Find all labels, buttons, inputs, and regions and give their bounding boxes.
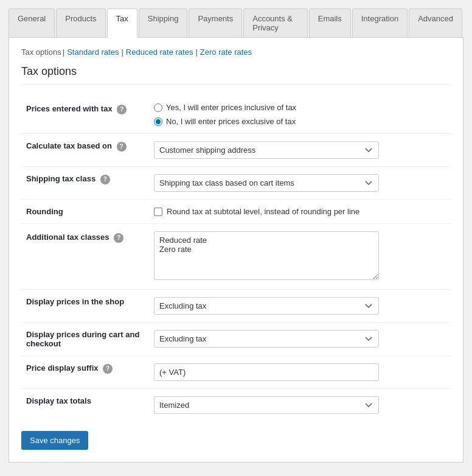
- subnav: Tax options | Standard rates | Reduced r…: [21, 47, 451, 57]
- row-price-display-suffix: Price display suffix ?: [21, 356, 451, 389]
- row-display-prices-cart: Display prices during cart and checkout …: [21, 323, 451, 356]
- field-display-prices-shop: Including tax Excluding tax: [149, 290, 451, 323]
- tab-integration[interactable]: Integration: [352, 9, 408, 37]
- textarea-additional-tax-classes[interactable]: Reduced rate Zero rate: [154, 231, 379, 280]
- save-button[interactable]: Save changes: [21, 431, 88, 450]
- row-display-prices-shop: Display prices in the shop Including tax…: [21, 290, 451, 323]
- field-additional-tax-classes: Reduced rate Zero rate: [149, 224, 451, 290]
- tab-products[interactable]: Products: [56, 9, 105, 37]
- label-calculate-tax: Calculate tax based on ?: [21, 134, 149, 167]
- label-prices-entered-with-tax: Prices entered with tax ?: [21, 96, 149, 134]
- field-rounding: Round tax at subtotal level, instead of …: [149, 200, 451, 224]
- label-rounding: Rounding: [21, 200, 149, 224]
- row-rounding: Rounding Round tax at subtotal level, in…: [21, 200, 451, 224]
- select-calculate-tax[interactable]: Customer shipping address Customer billi…: [154, 141, 379, 159]
- row-calculate-tax: Calculate tax based on ? Customer shippi…: [21, 134, 451, 167]
- subnav-standard-rates[interactable]: Standard rates: [66, 47, 120, 57]
- radio-inclusive[interactable]: [154, 103, 162, 112]
- help-icon-shipping-tax[interactable]: ?: [100, 175, 110, 184]
- input-price-display-suffix[interactable]: [154, 363, 379, 381]
- subnav-sep-3: |: [195, 47, 197, 57]
- select-display-prices-shop[interactable]: Including tax Excluding tax: [154, 297, 379, 315]
- help-icon-calculate[interactable]: ?: [117, 142, 127, 152]
- field-price-display-suffix: [149, 356, 451, 389]
- subnav-sep-1: |: [63, 47, 64, 57]
- tab-advanced[interactable]: Advanced: [409, 9, 462, 37]
- row-prices-entered-with-tax: Prices entered with tax ? Yes, I will en…: [21, 96, 451, 134]
- options-table: Prices entered with tax ? Yes, I will en…: [21, 96, 451, 421]
- radio-label-exclusive[interactable]: No, I will enter prices exclusive of tax: [154, 117, 446, 126]
- field-shipping-tax-class: Shipping tax class based on cart items S…: [149, 167, 451, 200]
- tab-emails[interactable]: Emails: [309, 9, 351, 37]
- radio-label-inclusive[interactable]: Yes, I will enter prices inclusive of ta…: [154, 103, 446, 112]
- field-display-tax-totals: Itemized As a single total: [149, 389, 451, 422]
- tab-payments[interactable]: Payments: [189, 9, 242, 37]
- nav-tabs: General Products Tax Shipping Payments A…: [9, 9, 463, 38]
- checkbox-rounding[interactable]: [154, 208, 162, 216]
- field-calculate-tax: Customer shipping address Customer billi…: [149, 134, 451, 167]
- select-display-prices-cart[interactable]: Including tax Excluding tax: [154, 330, 379, 348]
- subnav-label: Tax options: [21, 47, 61, 57]
- row-display-tax-totals: Display tax totals Itemized As a single …: [21, 389, 451, 422]
- label-display-tax-totals: Display tax totals: [21, 389, 149, 422]
- tab-shipping[interactable]: Shipping: [139, 9, 188, 37]
- label-display-prices-cart: Display prices during cart and checkout: [21, 323, 149, 356]
- tab-accounts-privacy[interactable]: Accounts & Privacy: [243, 9, 308, 37]
- help-icon-price-suffix[interactable]: ?: [103, 364, 113, 374]
- subnav-zero-rates[interactable]: Zero rate rates: [199, 47, 253, 57]
- row-additional-tax-classes: Additional tax classes ? Reduced rate Ze…: [21, 224, 451, 290]
- checkbox-label-rounding[interactable]: Round tax at subtotal level, instead of …: [154, 207, 446, 216]
- radio-group-prices: Yes, I will enter prices inclusive of ta…: [154, 103, 446, 126]
- help-icon-prices[interactable]: ?: [117, 105, 127, 114]
- subnav-sep-2: |: [121, 47, 123, 57]
- label-display-prices-shop: Display prices in the shop: [21, 290, 149, 323]
- label-shipping-tax-class: Shipping tax class ?: [21, 167, 149, 200]
- label-additional-tax-classes: Additional tax classes ?: [21, 224, 149, 290]
- radio-exclusive[interactable]: [154, 117, 162, 126]
- subnav-reduced-rates[interactable]: Reduced rate rates: [125, 47, 195, 57]
- content-area: Tax options | Standard rates | Reduced r…: [9, 38, 463, 463]
- field-prices-entered-with-tax: Yes, I will enter prices inclusive of ta…: [149, 96, 451, 134]
- label-price-display-suffix: Price display suffix ?: [21, 356, 149, 389]
- tab-tax[interactable]: Tax: [107, 9, 137, 38]
- help-icon-additional-tax[interactable]: ?: [114, 233, 123, 243]
- section-title: Tax options: [21, 65, 451, 85]
- select-shipping-tax-class[interactable]: Shipping tax class based on cart items S…: [154, 174, 379, 192]
- field-display-prices-cart: Including tax Excluding tax: [149, 323, 451, 356]
- row-shipping-tax-class: Shipping tax class ? Shipping tax class …: [21, 167, 451, 200]
- select-display-tax-totals[interactable]: Itemized As a single total: [154, 396, 379, 414]
- tab-general[interactable]: General: [9, 9, 55, 37]
